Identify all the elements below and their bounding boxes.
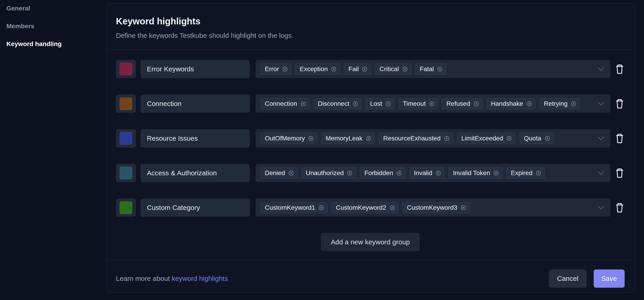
color-picker-button[interactable] xyxy=(116,199,136,217)
keywords-tags-input[interactable]: Connection Disconnect Lost Timeout xyxy=(256,95,610,113)
keyword-chip: Disconnect xyxy=(314,98,362,109)
keyword-chip: Quota xyxy=(520,133,553,144)
remove-keyword-icon[interactable] xyxy=(288,170,294,176)
keywords-tags-input[interactable]: CustomKeyword1 CustomKeyword2 CustomKeyw… xyxy=(256,199,610,217)
keyword-chip-label: Invalid Token xyxy=(453,170,490,176)
keyword-chip: Invalid Token xyxy=(448,168,502,178)
cancel-button[interactable]: Cancel xyxy=(549,269,586,288)
remove-keyword-icon[interactable] xyxy=(318,205,324,211)
remove-keyword-icon[interactable] xyxy=(571,101,576,107)
sidebar-item-members[interactable]: Members xyxy=(6,23,106,30)
keyword-chip: Timeout xyxy=(398,98,438,109)
keyword-chip: Fatal xyxy=(415,64,446,75)
remove-keyword-icon[interactable] xyxy=(396,170,402,176)
chevron-down-icon[interactable] xyxy=(598,67,604,71)
keyword-group-row: Access & Authorization Denied Unauthoriz… xyxy=(116,164,625,182)
keyword-chip: ResourceExhausted xyxy=(379,133,453,144)
learn-more-prefix: Learn more about xyxy=(116,275,172,282)
color-picker-button[interactable] xyxy=(116,164,136,182)
keyword-chip: Fail xyxy=(344,64,371,75)
chevron-down-icon[interactable] xyxy=(598,171,604,175)
learn-more-text: Learn more about keyword highlights xyxy=(116,275,228,282)
remove-keyword-icon[interactable] xyxy=(436,170,441,176)
keyword-chip-label: Fatal xyxy=(420,66,434,73)
remove-keyword-icon[interactable] xyxy=(526,101,532,107)
keyword-chip: Exception xyxy=(295,64,340,75)
group-name-input[interactable]: Connection xyxy=(140,95,250,113)
remove-keyword-icon[interactable] xyxy=(506,136,512,141)
keyword-chip: Handshake xyxy=(487,98,536,109)
group-name-input[interactable]: Resource Issues xyxy=(140,129,250,147)
remove-keyword-icon[interactable] xyxy=(300,101,306,107)
group-name-input[interactable]: Error Keywords xyxy=(140,60,250,78)
color-picker-button[interactable] xyxy=(116,60,136,78)
remove-keyword-icon[interactable] xyxy=(352,101,358,107)
keyword-chip-label: Quota xyxy=(524,135,541,142)
keyword-group-row: Error Keywords Error Exception Fail xyxy=(116,60,625,78)
keyword-chip-label: Timeout xyxy=(403,100,426,107)
remove-keyword-icon[interactable] xyxy=(544,136,550,141)
chevron-down-icon[interactable] xyxy=(598,102,604,106)
sidebar-item-general[interactable]: General xyxy=(6,5,106,12)
keyword-chip-label: Unauthorized xyxy=(306,170,344,176)
remove-keyword-icon[interactable] xyxy=(362,66,368,72)
remove-keyword-icon[interactable] xyxy=(444,136,450,141)
delete-group-button[interactable] xyxy=(614,168,625,178)
page-title: Keyword highlights xyxy=(116,16,624,26)
remove-keyword-icon[interactable] xyxy=(437,66,443,72)
delete-group-button[interactable] xyxy=(614,203,625,213)
save-button[interactable]: Save xyxy=(594,269,625,288)
keyword-chip: Invalid xyxy=(410,168,444,178)
remove-keyword-icon[interactable] xyxy=(460,205,466,211)
keywords-tags-input[interactable]: Denied Unauthorized Forbidden Invalid xyxy=(256,164,610,182)
panel-footer: Learn more about keyword highlights Canc… xyxy=(106,260,635,297)
keyword-highlights-link[interactable]: keyword highlights xyxy=(172,275,228,282)
delete-group-button[interactable] xyxy=(614,99,625,109)
remove-keyword-icon[interactable] xyxy=(331,66,336,72)
remove-keyword-icon[interactable] xyxy=(366,136,372,141)
chevron-down-icon[interactable] xyxy=(598,206,604,210)
trash-icon xyxy=(615,99,624,109)
add-keyword-group-button[interactable]: Add a new keyword group xyxy=(321,233,420,251)
remove-keyword-icon[interactable] xyxy=(390,205,395,211)
remove-keyword-icon[interactable] xyxy=(347,170,352,176)
keyword-chip: LimitExceeded xyxy=(457,133,516,144)
remove-keyword-icon[interactable] xyxy=(282,66,288,72)
remove-keyword-icon[interactable] xyxy=(493,170,499,176)
group-name-input[interactable]: Access & Authorization xyxy=(140,164,250,182)
group-color-swatch xyxy=(120,167,132,179)
keyword-chip-label: Disconnect xyxy=(318,100,350,107)
trash-icon xyxy=(615,203,624,213)
keyword-chip-label: Forbidden xyxy=(364,170,393,176)
panel-header: Keyword highlights Define the keywords T… xyxy=(106,4,635,50)
settings-sidebar: General Members Keyword handling xyxy=(0,0,106,300)
trash-icon xyxy=(615,168,624,178)
delete-group-button[interactable] xyxy=(614,64,625,74)
keyword-chip: Critical xyxy=(375,64,411,75)
delete-group-button[interactable] xyxy=(614,133,625,143)
keyword-chip-label: Expired xyxy=(511,170,532,176)
trash-icon xyxy=(615,64,624,74)
keyword-chip-label: LimitExceeded xyxy=(461,135,503,142)
keyword-chip: Expired xyxy=(506,168,545,178)
keyword-chip-label: CustomKeyword2 xyxy=(336,204,386,211)
remove-keyword-icon[interactable] xyxy=(536,170,541,176)
keyword-chip: Denied xyxy=(260,168,298,178)
keywords-tags-input[interactable]: Error Exception Fail Critical xyxy=(256,60,610,78)
keyword-chip-label: Invalid xyxy=(414,170,432,176)
color-picker-button[interactable] xyxy=(116,129,136,147)
keywords-tags-input[interactable]: OutOfMemory MemoryLeak ResourceExhausted xyxy=(256,129,610,147)
keyword-chip-label: Refused xyxy=(446,100,470,107)
sidebar-item-keyword-handling[interactable]: Keyword handling xyxy=(6,41,106,48)
remove-keyword-icon[interactable] xyxy=(385,101,391,107)
remove-keyword-icon[interactable] xyxy=(474,101,479,107)
remove-keyword-icon[interactable] xyxy=(308,136,314,141)
remove-keyword-icon[interactable] xyxy=(429,101,434,107)
group-name-input[interactable]: Custom Category xyxy=(140,199,250,217)
keyword-chip-label: ResourceExhausted xyxy=(383,135,441,142)
keyword-chip: Error xyxy=(260,64,291,75)
chevron-down-icon[interactable] xyxy=(598,136,604,140)
remove-keyword-icon[interactable] xyxy=(402,66,408,72)
color-picker-button[interactable] xyxy=(116,95,136,113)
keyword-group-list: Error Keywords Error Exception Fail xyxy=(106,50,635,260)
